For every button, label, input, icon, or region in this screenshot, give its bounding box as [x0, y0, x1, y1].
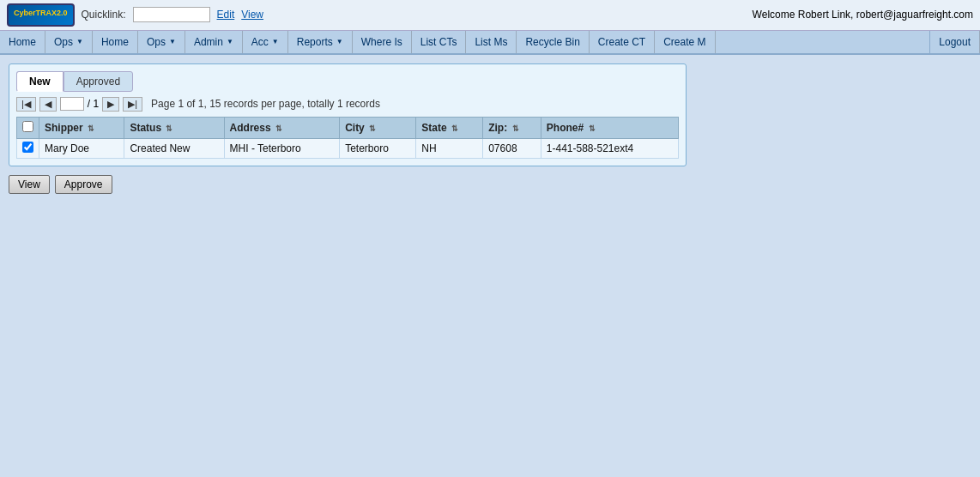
logo: CyberTRAX2.0: [7, 3, 75, 27]
page-info: Page 1 of 1, 15 records per page, totall…: [151, 98, 380, 110]
cell-city: Teterboro: [340, 138, 416, 158]
state-header[interactable]: State ⇅: [416, 117, 483, 138]
nav-item-admin[interactable]: Admin: [185, 31, 243, 53]
table-header-row: Shipper ⇅ Status ⇅ Address ⇅ City ⇅ Stat…: [17, 117, 679, 138]
cell-checked[interactable]: [17, 138, 39, 158]
nav-item-home[interactable]: Home: [0, 31, 45, 53]
data-table: Shipper ⇅ Status ⇅ Address ⇅ City ⇅ Stat…: [16, 117, 679, 159]
nav-item-listcts[interactable]: List CTs: [412, 31, 467, 53]
pagination: |◀ ◀ 1 / 1 ▶ ▶| Page 1 of 1, 15 records …: [16, 97, 679, 112]
cell-state: NH: [416, 138, 483, 158]
status-header[interactable]: Status ⇅: [124, 117, 224, 138]
quicklink-label: Quicklink:: [82, 9, 126, 21]
nav-item-recyclebin[interactable]: Recycle Bin: [517, 31, 589, 53]
footer-buttons: ViewApprove: [9, 175, 971, 194]
table-container: NewApproved |◀ ◀ 1 / 1 ▶ ▶| Page 1 of 1,…: [9, 63, 687, 166]
cell-address: MHI - Teterboro: [224, 138, 340, 158]
nav-item-createm[interactable]: Create M: [655, 31, 715, 53]
nav-item-logout[interactable]: Logout: [929, 31, 980, 53]
cell-status: Created New: [124, 138, 224, 158]
prev-page-button[interactable]: ◀: [39, 97, 57, 112]
table-body: Mary DoeCreated NewMHI - TeterboroTeterb…: [17, 138, 679, 158]
page-input[interactable]: 1: [60, 97, 84, 111]
table-row: Mary DoeCreated NewMHI - TeterboroTeterb…: [17, 138, 679, 158]
nav-item-ops2[interactable]: Ops: [138, 31, 185, 53]
shipper-header[interactable]: Shipper ⇅: [39, 117, 124, 138]
select-all-checkbox[interactable]: [22, 121, 33, 132]
tab-approved[interactable]: Approved: [64, 71, 133, 92]
next-page-button[interactable]: ▶: [102, 97, 119, 112]
nav-item-whereis[interactable]: Where Is: [353, 31, 412, 53]
first-page-button[interactable]: |◀: [16, 97, 36, 112]
last-page-button[interactable]: ▶|: [123, 97, 142, 112]
navbar: HomeOpsHomeOpsAdminAccReportsWhere IsLis…: [0, 31, 980, 55]
cell-shipper: Mary Doe: [39, 138, 124, 158]
edit-link[interactable]: Edit: [217, 9, 235, 21]
nav-item-home2[interactable]: Home: [93, 31, 138, 53]
nav-item-acc[interactable]: Acc: [243, 31, 288, 53]
select-all-header[interactable]: [17, 117, 39, 138]
tabs: NewApproved: [16, 71, 679, 92]
address-header[interactable]: Address ⇅: [224, 117, 340, 138]
nav-item-createct[interactable]: Create CT: [590, 31, 655, 53]
zip-header[interactable]: Zip: ⇅: [483, 117, 541, 138]
quicklink-input[interactable]: [133, 7, 210, 22]
phone-header[interactable]: Phone# ⇅: [541, 117, 678, 138]
cell-zip: 07608: [483, 138, 541, 158]
tab-new[interactable]: New: [16, 71, 64, 92]
main: NewApproved |◀ ◀ 1 / 1 ▶ ▶| Page 1 of 1,…: [0, 55, 980, 202]
nav-item-ops1[interactable]: Ops: [45, 31, 93, 53]
nav-item-reports[interactable]: Reports: [288, 31, 353, 53]
row-checkbox[interactable]: [22, 142, 33, 153]
cell-phone: 1-441-588-521ext4: [541, 138, 678, 158]
nav-item-listms[interactable]: List Ms: [466, 31, 517, 53]
view-link[interactable]: View: [241, 9, 263, 21]
logo-version: 2.0: [57, 9, 68, 17]
view-btn[interactable]: View: [9, 175, 50, 194]
city-header[interactable]: City ⇅: [340, 117, 416, 138]
approve-btn[interactable]: Approve: [55, 175, 112, 194]
welcome-text: Welcome Robert Link, robert@jaguarfreigh…: [753, 9, 973, 21]
page-separator: / 1: [88, 98, 99, 110]
logo-text: CyberTRAX: [14, 9, 57, 17]
header: CyberTRAX2.0 Quicklink: Edit View Welcom…: [0, 0, 980, 31]
header-left: CyberTRAX2.0 Quicklink: Edit View: [7, 3, 263, 27]
